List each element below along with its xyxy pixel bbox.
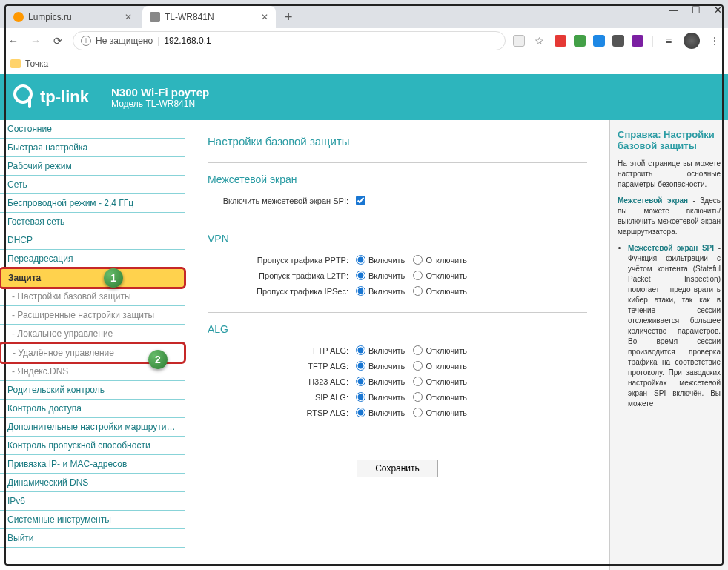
sidebar-item[interactable]: Гостевая сеть (0, 213, 185, 231)
sidebar-item[interactable]: Рабочий режим (0, 157, 185, 176)
sidebar-item[interactable]: Контроль доступа (0, 400, 185, 418)
sidebar-sub-item[interactable]: - Локальное управление (0, 325, 185, 343)
pptp-enable[interactable] (356, 255, 365, 265)
h323-alg-label: H323 ALG: (208, 377, 356, 386)
sidebar-item[interactable]: Выйти (0, 529, 185, 548)
main-content: Настройки базовой защиты Межсетевой экра… (185, 120, 609, 570)
extensions: ☆ | ≡ ⋮ (513, 33, 722, 49)
router-header: tp-link N300 Wi-Fi роутер Модель TL-WR84… (0, 74, 728, 120)
ext-icon[interactable] (574, 35, 586, 47)
help-li: Межсетевой экран SPI - Функция фильтраци… (628, 243, 721, 409)
reload-button[interactable]: ⟳ (50, 35, 65, 47)
star-icon[interactable]: ☆ (532, 35, 547, 47)
new-tab-button[interactable]: + (279, 7, 299, 28)
section-vpn: VPN (208, 233, 587, 245)
tab-lumpics[interactable]: Lumpics.ru ✕ (6, 6, 139, 28)
address-bar[interactable]: i Не защищено | 192.168.0.1 (73, 31, 506, 50)
sidebar-item[interactable]: Беспроводной режим - 2,4 ГГц (0, 194, 185, 213)
sip-alg-label: SIP ALG: (208, 393, 356, 402)
minimize-icon[interactable]: — (669, 4, 678, 16)
help-intro: На этой странице вы можете настроить осн… (618, 159, 721, 190)
ext-icon[interactable] (612, 35, 624, 47)
sidebar-item[interactable]: Динамический DNS (0, 474, 185, 492)
security-label: Не защищено (96, 36, 153, 46)
spi-checkbox[interactable] (356, 196, 365, 205)
profile-avatar[interactable] (684, 33, 700, 49)
rtsp-alg-label: RTSP ALG: (208, 408, 356, 417)
sidebar-item[interactable]: Сеть (0, 176, 185, 194)
page-title: Настройки базовой защиты (208, 135, 587, 148)
section-alg: ALG (208, 323, 587, 335)
maximize-icon[interactable]: ☐ (692, 4, 701, 16)
sidebar-sub-item[interactable]: - Настройки базовой защиты (0, 288, 185, 306)
ftp-alg-label: FTP ALG: (208, 346, 356, 355)
l2tp-enable[interactable] (356, 271, 365, 280)
close-icon[interactable]: ✕ (125, 12, 132, 22)
sidebar-item[interactable]: Контроль пропускной способности (0, 437, 185, 455)
rtsp-enable[interactable] (356, 408, 365, 417)
ipsec-enable[interactable] (356, 286, 365, 296)
vpn-ipsec-label: Пропуск трафика IPSec: (208, 287, 356, 296)
save-button[interactable]: Сохранить (357, 460, 438, 477)
help-panel: Справка: Настройки базовой защиты На это… (609, 120, 728, 570)
ftp-enable[interactable] (356, 345, 365, 355)
spi-label: Включить межсетевой экран SPI: (208, 196, 356, 205)
bookmark-item[interactable]: Точка (25, 59, 48, 69)
header-title: N300 Wi-Fi роутер (111, 86, 209, 99)
menu-icon[interactable]: ⋮ (707, 35, 722, 47)
tab-label: TL-WR841N (165, 12, 214, 22)
forward-button[interactable]: → (28, 35, 43, 47)
sidebar-sub-item[interactable]: - Расширенные настройки защиты (0, 306, 185, 325)
tab-router[interactable]: TL-WR841N ✕ (142, 6, 276, 28)
back-button[interactable]: ← (6, 35, 21, 47)
tftp-disable[interactable] (413, 361, 423, 371)
reading-list-icon[interactable]: ≡ (661, 35, 676, 47)
folder-icon (10, 59, 21, 68)
browser-toolbar: ← → ⟳ i Не защищено | 192.168.0.1 ☆ | ≡ … (0, 28, 728, 53)
favicon-icon (13, 12, 24, 22)
help-fw: Межсетевой экран - Здесь вы можете включ… (618, 196, 721, 237)
h323-disable[interactable] (413, 377, 423, 386)
vpn-l2tp-label: Пропуск трафика L2TP: (208, 271, 356, 280)
sidebar-item[interactable]: Родительский контроль (0, 381, 185, 400)
sidebar-item[interactable]: Состояние (0, 120, 185, 139)
ext-icon[interactable] (593, 35, 605, 47)
close-icon[interactable]: ✕ (261, 12, 268, 22)
sip-enable[interactable] (356, 392, 365, 402)
ext-icon[interactable] (555, 35, 566, 47)
sidebar-item[interactable]: IPv6 (0, 492, 185, 511)
pptp-disable[interactable] (413, 255, 423, 265)
sidebar-item[interactable]: Дополнительные настройки маршрутизации (0, 418, 185, 437)
rtsp-disable[interactable] (413, 408, 423, 417)
sidebar-item[interactable]: Переадресация (0, 250, 185, 268)
favicon-icon (150, 12, 160, 22)
sidebar-item[interactable]: Быстрая настройка (0, 139, 185, 157)
close-window-icon[interactable]: ✕ (714, 4, 722, 16)
marker-1: 1 (104, 268, 123, 288)
section-firewall: Межсетевой экран (208, 173, 587, 185)
sidebar: Состояние Быстрая настройка Рабочий режи… (0, 120, 185, 570)
l2tp-disable[interactable] (413, 271, 423, 280)
tftp-alg-label: TFTP ALG: (208, 362, 356, 371)
ftp-disable[interactable] (413, 345, 423, 355)
ext-icon[interactable] (632, 35, 643, 47)
browser-titlebar: Lumpics.ru ✕ TL-WR841N ✕ + — ☐ ✕ (0, 0, 728, 28)
sip-disable[interactable] (413, 392, 423, 402)
sidebar-item-security[interactable]: Защита (0, 267, 186, 289)
tab-label: Lumpics.ru (28, 12, 72, 22)
vpn-pptp-label: Пропуск трафика PPTP: (208, 256, 356, 265)
tplink-logo: tp-link (15, 86, 89, 108)
sidebar-item[interactable]: Привязка IP- и MAC-адресов (0, 455, 185, 474)
tftp-enable[interactable] (356, 361, 365, 371)
h323-enable[interactable] (356, 377, 365, 386)
ipsec-disable[interactable] (413, 286, 423, 296)
bookmarks-bar: Точка (0, 53, 728, 74)
info-icon: i (81, 36, 91, 46)
marker-2: 2 (148, 350, 168, 369)
translate-icon[interactable] (513, 35, 525, 47)
help-title: Справка: Настройки базовой защиты (618, 129, 721, 151)
header-model: Модель TL-WR841N (111, 99, 209, 109)
sidebar-item[interactable]: DHCP (0, 231, 185, 250)
url-text: 192.168.0.1 (164, 36, 211, 46)
sidebar-item[interactable]: Системные инструменты (0, 511, 185, 529)
